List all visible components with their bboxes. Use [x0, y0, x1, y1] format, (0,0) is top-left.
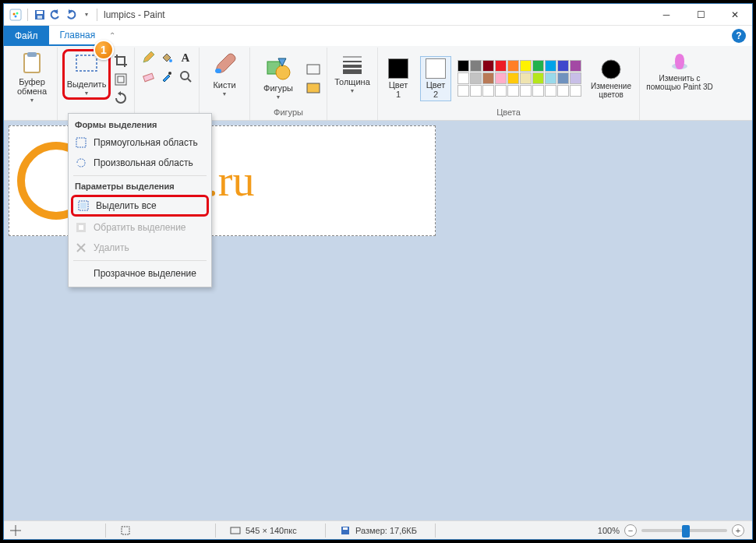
color-swatch[interactable] [520, 85, 532, 97]
save-icon[interactable] [33, 8, 47, 22]
minimize-button[interactable]: ─ [649, 4, 684, 26]
clipboard-button[interactable]: Буфер обмена ▼ [12, 49, 52, 104]
disk-icon [340, 525, 351, 536]
select-dropdown: Формы выделения Прямоугольная область Пр… [68, 113, 212, 287]
thickness-button[interactable]: Толщина ▼ [332, 49, 373, 95]
group-paint3d: Изменить с помощью Paint 3D [640, 48, 719, 120]
color2-button[interactable]: Цвет 2 [420, 56, 451, 101]
eraser-icon[interactable] [140, 68, 157, 85]
zoom-in-button[interactable]: + [732, 524, 744, 537]
color-swatch[interactable] [507, 85, 519, 97]
zoom-slider[interactable] [641, 529, 727, 532]
maximize-button[interactable]: ☐ [684, 4, 718, 26]
color-swatch[interactable] [457, 72, 469, 84]
crop-icon[interactable] [112, 52, 129, 69]
zoom-label: 100% [598, 526, 620, 535]
color-swatch[interactable] [557, 85, 569, 97]
rect-selection-icon [75, 136, 87, 149]
titlebar: ▾ lumpics - Paint ─ ☐ ✕ [4, 4, 752, 26]
svg-rect-8 [27, 52, 37, 57]
eyedropper-icon[interactable] [158, 68, 175, 85]
svg-rect-5 [37, 11, 43, 14]
tab-file[interactable]: Файл [4, 26, 49, 46]
color-swatch[interactable] [545, 72, 556, 84]
shapes-button[interactable]: Фигуры ▼ [255, 55, 302, 101]
sb-selection-size [114, 525, 207, 536]
fill-icon[interactable] [158, 49, 175, 66]
crosshair-icon [10, 525, 21, 536]
color-swatch[interactable] [557, 72, 569, 84]
dd-freeform-selection[interactable]: Произвольная область [69, 153, 211, 173]
color-swatch[interactable] [495, 72, 507, 84]
color-swatch[interactable] [532, 72, 544, 84]
color-swatch[interactable] [507, 60, 519, 72]
color-swatch[interactable] [457, 60, 469, 72]
paint3d-button[interactable]: Изменить с помощью Paint 3D [645, 49, 715, 93]
group-colors: Цвет 1 Цвет 2 Изменение цветов Цвета [378, 48, 640, 120]
color-swatch[interactable] [482, 85, 494, 97]
color-swatch[interactable] [482, 72, 494, 84]
svg-rect-10 [115, 74, 126, 85]
color1-swatch [388, 58, 408, 79]
color-swatch[interactable] [470, 85, 482, 97]
color-swatch[interactable] [532, 60, 544, 72]
text-icon[interactable]: A [177, 49, 194, 66]
ribbon-collapse-icon[interactable]: ⌃ [106, 30, 118, 41]
color-swatch[interactable] [545, 60, 556, 72]
svg-point-3 [15, 15, 17, 17]
dd-select-all[interactable]: Выделить все [71, 195, 209, 217]
group-shapes: Фигуры ▼ Фигуры [250, 48, 327, 120]
zoom-thumb[interactable] [682, 525, 690, 538]
rotate-icon[interactable] [112, 90, 129, 107]
color1-button[interactable]: Цвет 1 [383, 57, 414, 100]
color-swatch[interactable] [457, 85, 469, 97]
svg-point-2 [16, 12, 19, 14]
selection-size-icon [120, 525, 131, 536]
color-swatch[interactable] [470, 72, 482, 84]
color-swatch[interactable] [557, 60, 569, 72]
zoom-out-button[interactable]: − [624, 524, 637, 537]
ribbon-tabs: Файл Главная ⌃ ? [4, 26, 752, 46]
color-swatch[interactable] [507, 72, 519, 84]
redo-icon[interactable] [64, 8, 78, 22]
color-swatch[interactable] [570, 72, 581, 84]
color-swatch[interactable] [570, 85, 581, 97]
qat-dropdown-icon[interactable]: ▾ [79, 8, 94, 22]
group-tools: A [135, 48, 200, 120]
help-icon[interactable]: ? [732, 29, 746, 43]
window-controls: ─ ☐ ✕ [649, 4, 752, 26]
dd-rect-selection[interactable]: Прямоугольная область [69, 132, 211, 153]
sb-cursor-pos [4, 525, 97, 536]
dd-transparent-selection[interactable]: Прозрачное выделение [69, 263, 211, 284]
group-clipboard: Буфер обмена ▼ [7, 48, 58, 120]
color-swatch[interactable] [532, 85, 544, 97]
invert-icon [75, 221, 87, 234]
svg-point-12 [169, 59, 172, 62]
pencil-icon[interactable] [140, 49, 157, 66]
dimensions-icon [230, 525, 241, 536]
color-swatch[interactable] [520, 72, 532, 84]
close-button[interactable]: ✕ [718, 4, 752, 26]
paint-window: ▾ lumpics - Paint ─ ☐ ✕ Файл Главная ⌃ ?… [3, 3, 753, 540]
outline-icon[interactable] [305, 61, 322, 78]
fill-shape-icon[interactable] [305, 79, 322, 97]
undo-icon[interactable] [48, 8, 62, 22]
color-palette[interactable] [457, 60, 581, 97]
statusbar: 545 × 140пкс Размер: 17,6КБ 100% − + [4, 520, 752, 539]
color-swatch[interactable] [545, 85, 556, 97]
color-swatch[interactable] [482, 60, 494, 72]
color-swatch[interactable] [495, 85, 507, 97]
color-swatch[interactable] [570, 60, 581, 72]
app-icon [9, 8, 23, 22]
svg-rect-6 [37, 16, 42, 19]
color-swatch[interactable] [495, 60, 507, 72]
sb-image-size: 545 × 140пкс [224, 525, 317, 536]
brushes-button[interactable]: Кисти ▼ [204, 49, 245, 98]
color-swatch[interactable] [470, 60, 482, 72]
resize-icon[interactable] [112, 71, 129, 88]
color-swatch[interactable] [520, 60, 532, 72]
paint3d-icon [669, 51, 691, 72]
magnifier-icon[interactable] [177, 68, 194, 85]
edit-colors-button[interactable]: Изменение цветов [588, 57, 634, 100]
group-brushes: Кисти ▼ [200, 48, 250, 120]
